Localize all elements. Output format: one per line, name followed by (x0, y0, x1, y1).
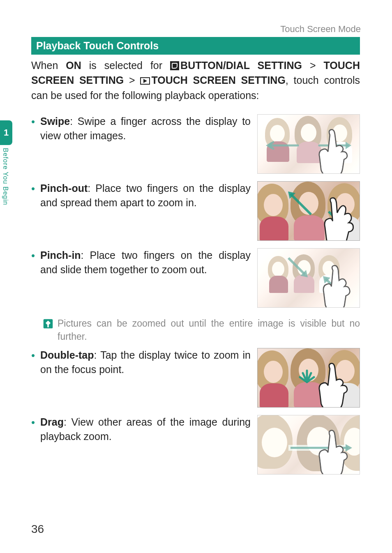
arrow-diagonal-out-icon (282, 186, 323, 227)
section-heading: Playback Touch Controls (31, 37, 360, 55)
intro-path: TOUCH SCREEN SETTING (151, 74, 285, 86)
running-header: Touch Screen Mode (280, 24, 361, 35)
list-item: Swipe: Swipe a finger across the display… (31, 114, 360, 174)
chapter-side-label: Before You Begin (2, 148, 9, 205)
item-text: Drag: View other areas of the image duri… (31, 415, 251, 444)
item-term: Swipe (40, 115, 70, 127)
item-term: Pinch-in (40, 249, 81, 261)
svg-rect-7 (47, 325, 48, 327)
gesture-thumbnail-double-tap (257, 348, 360, 408)
arrow-diagonal-in-icon (282, 252, 319, 289)
hand-icon (317, 262, 356, 308)
intro-text: is selected for (81, 60, 170, 71)
gesture-thumbnail-pinch-in (257, 248, 360, 308)
playback-icon (140, 77, 150, 85)
gesture-thumbnail-drag (257, 415, 360, 475)
breadcrumb-separator: > (129, 74, 135, 86)
intro-path: BUTTON/DIAL SETTING (180, 60, 302, 71)
wrench-icon (170, 61, 179, 70)
gesture-thumbnail-pinch-out (257, 181, 360, 241)
intro-text: When (31, 60, 66, 71)
hand-icon (312, 127, 351, 174)
hand-icon (312, 428, 351, 475)
list-item: Drag: View other areas of the image duri… (31, 415, 360, 475)
arrow-left-icon (261, 139, 302, 152)
item-desc: : View other areas of the image during p… (40, 416, 251, 442)
item-text: Pinch-in: Place two fingers on the displ… (31, 248, 251, 277)
intro-on: ON (66, 60, 81, 71)
item-desc: : Swipe a finger across the display to v… (40, 115, 251, 141)
item-term: Drag (40, 416, 64, 428)
chapter-tab: 1 (0, 120, 12, 145)
page-content: Playback Touch Controls When ON is selec… (31, 37, 360, 475)
item-text: Swipe: Swipe a finger across the display… (31, 114, 251, 143)
breadcrumb-separator: > (310, 60, 316, 71)
item-text: Pinch-out: Place two fingers on the disp… (31, 181, 251, 210)
gesture-thumbnail-swipe (257, 114, 360, 174)
note-row: Pictures can be zoomed out until the ent… (31, 317, 360, 343)
hand-icon (312, 361, 351, 408)
item-text: Double-tap: Tap the display twice to zoo… (31, 348, 251, 377)
item-term: Double-tap (40, 349, 94, 361)
hand-icon (318, 196, 357, 241)
page-number: 36 (31, 523, 44, 536)
note-icon (43, 318, 53, 329)
item-term: Pinch-out (40, 182, 88, 194)
note-text: Pictures can be zoomed out until the ent… (58, 317, 360, 343)
intro-paragraph: When ON is selected for BUTTON/DIAL SETT… (31, 58, 360, 103)
list-item: Double-tap: Tap the display twice to zoo… (31, 348, 360, 408)
svg-marker-0 (266, 142, 272, 149)
list-item: Pinch-out: Place two fingers on the disp… (31, 181, 360, 241)
list-item: Pinch-in: Place two fingers on the displ… (31, 248, 360, 308)
